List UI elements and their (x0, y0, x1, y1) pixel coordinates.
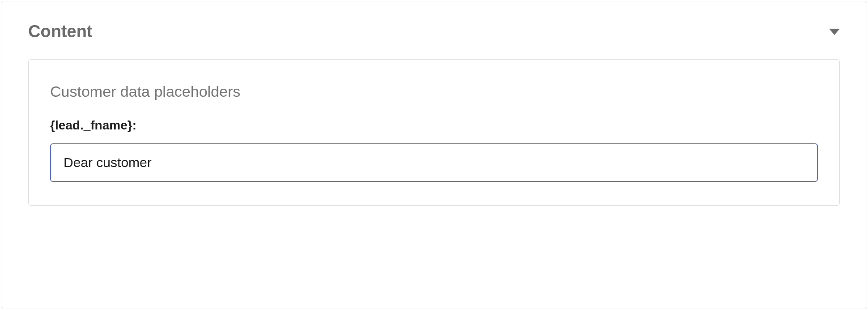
section-header: Content (1, 1, 867, 51)
card-heading: Customer data placeholders (50, 83, 818, 100)
placeholders-card: Customer data placeholders {lead._fname}… (28, 59, 840, 206)
field-label-lead-fname: {lead._fname}: (50, 118, 818, 133)
lead-fname-input[interactable] (50, 143, 818, 182)
collapse-toggle-icon[interactable] (829, 29, 840, 35)
content-panel: Content Customer data placeholders {lead… (1, 1, 867, 309)
section-title: Content (28, 22, 93, 41)
